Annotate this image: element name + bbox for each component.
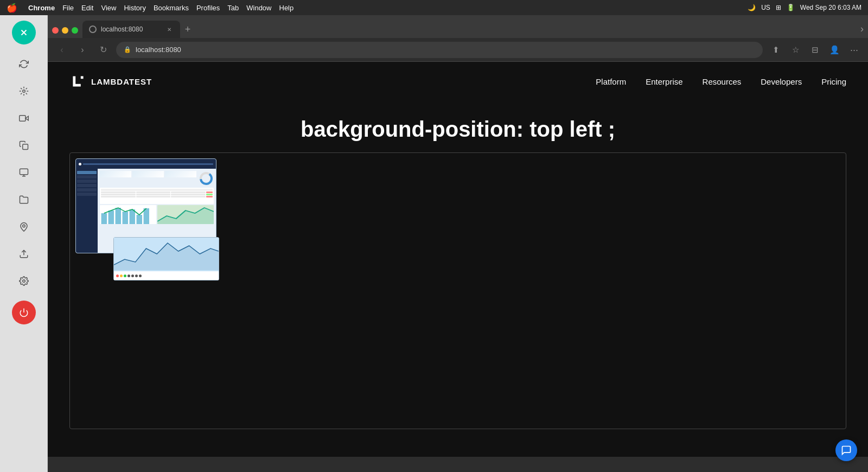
address-input[interactable]: 🔒 localhost:8080 <box>116 42 763 58</box>
menubar-items: Chrome File Edit View History Bookmarks … <box>28 4 293 12</box>
svg-rect-20 <box>130 209 135 224</box>
svg-rect-4 <box>19 116 25 122</box>
tab-favicon <box>89 25 97 33</box>
page-content: LAMBDATEST Platform Enterprise Resources… <box>48 62 868 457</box>
more-options-icon[interactable]: ⋯ <box>846 42 861 58</box>
lock-icon: 🔒 <box>124 46 131 53</box>
forward-btn[interactable]: › <box>75 42 90 58</box>
svg-marker-3 <box>25 116 28 120</box>
svg-rect-13 <box>69 73 87 90</box>
browser-outer: localhost:8080 ✕ + › ‹ › ↻ 🔒 localhost:8… <box>0 15 868 472</box>
svg-rect-16 <box>101 213 107 224</box>
back-btn[interactable]: ‹ <box>54 42 69 58</box>
mini-table <box>100 188 214 204</box>
lt-sidebar-close-btn[interactable] <box>12 21 36 44</box>
tab-bar-right-control[interactable]: › <box>860 23 864 38</box>
hero-section: background-position: top left ; <box>48 101 868 152</box>
menubar-tab[interactable]: Tab <box>227 4 239 12</box>
lt-sidebar-settings-btn[interactable] <box>12 269 36 293</box>
address-bar-actions: ⬆ ☆ ⊟ 👤 ⋯ <box>768 42 861 58</box>
lt-sidebar-bug-btn[interactable] <box>12 79 36 103</box>
maximize-dot[interactable] <box>72 27 78 34</box>
lt-logo[interactable]: LAMBDATEST <box>69 73 152 90</box>
browser-chrome: localhost:8080 ✕ + › ‹ › ↻ 🔒 localhost:8… <box>48 15 868 472</box>
menubar-window[interactable]: Window <box>246 4 271 12</box>
url-display: localhost:8080 <box>136 46 181 54</box>
lt-sidebar-copy-btn[interactable] <box>12 133 36 157</box>
svg-rect-21 <box>137 215 142 224</box>
tab-title: localhost:8080 <box>101 25 143 33</box>
lt-navbar: LAMBDATEST Platform Enterprise Resources… <box>48 62 868 101</box>
mini-bottom-bar <box>114 271 219 280</box>
nav-platform[interactable]: Platform <box>596 77 626 86</box>
menubar-edit[interactable]: Edit <box>81 4 93 12</box>
menubar-bookmarks[interactable]: Bookmarks <box>154 4 189 12</box>
browser-bottom-bar <box>48 457 868 472</box>
browser-tab[interactable]: localhost:8080 ✕ <box>82 21 180 38</box>
svg-point-2 <box>22 90 25 93</box>
menubar-moon-icon: 🌙 <box>748 4 756 11</box>
lt-sidebar-location-btn[interactable] <box>12 215 36 239</box>
lt-sidebar-upload-btn[interactable] <box>12 242 36 266</box>
menubar-right: 🌙 US ⊞ 🔋 Wed Sep 20 6:03 AM <box>748 4 861 11</box>
mini-dash-header <box>76 159 216 169</box>
menubar-keyboard-icon: US <box>761 4 770 11</box>
lt-sidebar-refresh-btn[interactable] <box>12 52 36 76</box>
menubar-profiles[interactable]: Profiles <box>196 4 220 12</box>
tab-bar: localhost:8080 ✕ + › <box>48 15 868 38</box>
lt-sidebar <box>0 15 48 472</box>
lt-nav-links: Platform Enterprise Resources Developers… <box>596 77 846 86</box>
page-title: background-position: top left ; <box>48 117 868 142</box>
lt-sidebar-folder-btn[interactable] <box>12 188 36 212</box>
dashboard-thumbnail-2 <box>113 237 219 280</box>
svg-point-11 <box>22 280 25 283</box>
svg-rect-6 <box>20 169 28 175</box>
menubar-file[interactable]: File <box>62 4 74 12</box>
chat-bubble-btn[interactable] <box>835 439 857 461</box>
menubar-battery-icon: 🔋 <box>787 4 795 11</box>
refresh-btn[interactable]: ↻ <box>95 42 111 58</box>
apple-menu[interactable]: 🍎 <box>7 3 17 13</box>
bookmark-icon[interactable]: ☆ <box>788 42 803 58</box>
svg-point-9 <box>22 225 25 227</box>
nav-resources[interactable]: Resources <box>703 77 742 86</box>
sidebar-toggle-icon[interactable]: ⊟ <box>807 42 822 58</box>
mini-dash-sidebar <box>76 169 98 253</box>
content-box: 🐊 <box>69 152 846 429</box>
menubar-view[interactable]: View <box>101 4 116 12</box>
close-dot[interactable] <box>52 27 59 34</box>
lt-sidebar-video-btn[interactable] <box>12 106 36 130</box>
profile-icon[interactable]: 👤 <box>827 42 842 58</box>
nav-pricing[interactable]: Pricing <box>821 77 846 86</box>
svg-rect-5 <box>22 144 28 150</box>
lt-sidebar-monitor-btn[interactable] <box>12 161 36 184</box>
nav-enterprise[interactable]: Enterprise <box>646 77 682 86</box>
menubar-help[interactable]: Help <box>279 4 294 12</box>
new-tab-btn[interactable]: + <box>180 22 195 37</box>
address-bar: ‹ › ↻ 🔒 localhost:8080 ⬆ ☆ ⊟ 👤 ⋯ <box>48 38 868 62</box>
menubar-wifi-icon: ⊞ <box>776 4 781 11</box>
window-controls <box>52 27 78 38</box>
lt-logo-text: LAMBDATEST <box>91 77 152 86</box>
menubar: 🍎 Chrome File Edit View History Bookmark… <box>0 0 868 15</box>
menubar-time: Wed Sep 20 6:03 AM <box>800 4 861 11</box>
nav-developers[interactable]: Developers <box>761 77 802 86</box>
svg-rect-17 <box>108 211 114 224</box>
svg-rect-18 <box>116 208 121 224</box>
lt-sidebar-power-btn[interactable] <box>12 301 36 324</box>
menubar-history[interactable]: History <box>124 4 145 12</box>
menubar-chrome[interactable]: Chrome <box>28 4 55 12</box>
svg-rect-19 <box>123 212 128 224</box>
tab-close-btn[interactable]: ✕ <box>165 25 174 34</box>
minimize-dot[interactable] <box>62 27 68 34</box>
share-icon[interactable]: ⬆ <box>768 42 783 58</box>
